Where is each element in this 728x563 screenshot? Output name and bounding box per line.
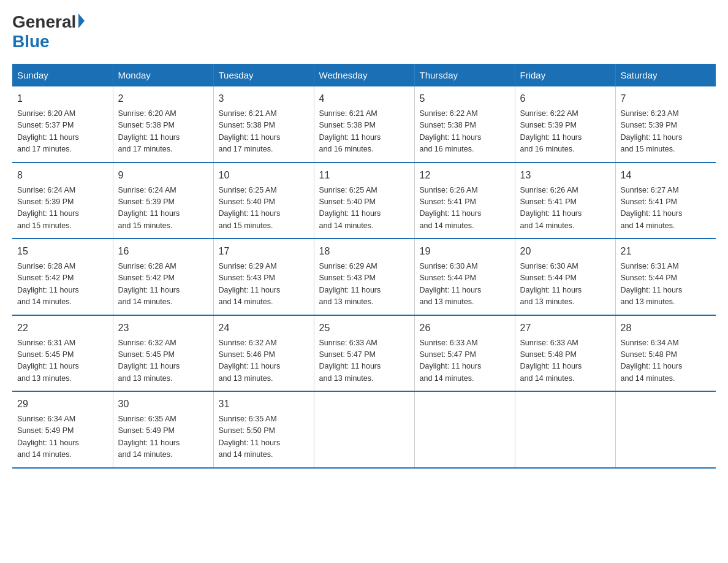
calendar-cell: 16 Sunrise: 6:28 AM Sunset: 5:42 PM Dayl…	[113, 239, 213, 315]
day-info: Sunrise: 6:32 AM Sunset: 5:45 PM Dayligh…	[118, 337, 208, 385]
day-number: 9	[118, 168, 208, 183]
calendar-cell: 10 Sunrise: 6:25 AM Sunset: 5:40 PM Dayl…	[213, 163, 314, 239]
day-number: 1	[17, 91, 108, 106]
day-number: 2	[118, 91, 208, 106]
day-number: 8	[17, 168, 108, 183]
calendar-cell: 23 Sunrise: 6:32 AM Sunset: 5:45 PM Dayl…	[113, 315, 213, 392]
day-info: Sunrise: 6:31 AM Sunset: 5:44 PM Dayligh…	[621, 261, 711, 308]
day-number: 3	[219, 91, 309, 106]
day-info: Sunrise: 6:26 AM Sunset: 5:41 PM Dayligh…	[420, 185, 510, 232]
logo-arrow-icon	[78, 13, 85, 28]
day-info: Sunrise: 6:21 AM Sunset: 5:38 PM Dayligh…	[319, 108, 409, 156]
calendar-cell: 8 Sunrise: 6:24 AM Sunset: 5:39 PM Dayli…	[12, 163, 113, 239]
day-number: 6	[520, 91, 610, 106]
day-number: 13	[520, 168, 610, 183]
calendar-cell: 11 Sunrise: 6:25 AM Sunset: 5:40 PM Dayl…	[314, 163, 414, 239]
day-info: Sunrise: 6:33 AM Sunset: 5:48 PM Dayligh…	[520, 337, 610, 385]
day-number: 4	[319, 91, 409, 106]
calendar-header-row: SundayMondayTuesdayWednesdayThursdayFrid…	[12, 64, 716, 86]
day-number: 18	[319, 244, 409, 259]
calendar-cell: 15 Sunrise: 6:28 AM Sunset: 5:42 PM Dayl…	[12, 239, 113, 315]
header-sunday: Sunday	[12, 64, 113, 86]
calendar-cell: 2 Sunrise: 6:20 AM Sunset: 5:38 PM Dayli…	[113, 86, 213, 163]
calendar-cell: 17 Sunrise: 6:29 AM Sunset: 5:43 PM Dayl…	[213, 239, 314, 315]
calendar-cell: 27 Sunrise: 6:33 AM Sunset: 5:48 PM Dayl…	[515, 315, 615, 392]
calendar-cell: 18 Sunrise: 6:29 AM Sunset: 5:43 PM Dayl…	[314, 239, 414, 315]
calendar-cell: 13 Sunrise: 6:26 AM Sunset: 5:41 PM Dayl…	[515, 163, 615, 239]
calendar-cell	[515, 391, 615, 468]
day-number: 11	[319, 168, 409, 183]
calendar-table: SundayMondayTuesdayWednesdayThursdayFrid…	[12, 64, 716, 469]
calendar-cell: 6 Sunrise: 6:22 AM Sunset: 5:39 PM Dayli…	[515, 86, 615, 163]
logo: General Blue	[12, 12, 85, 52]
day-info: Sunrise: 6:33 AM Sunset: 5:47 PM Dayligh…	[420, 337, 510, 385]
day-info: Sunrise: 6:29 AM Sunset: 5:43 PM Dayligh…	[319, 261, 409, 308]
day-info: Sunrise: 6:28 AM Sunset: 5:42 PM Dayligh…	[17, 261, 108, 308]
calendar-cell: 29 Sunrise: 6:34 AM Sunset: 5:49 PM Dayl…	[12, 391, 113, 468]
day-info: Sunrise: 6:24 AM Sunset: 5:39 PM Dayligh…	[118, 185, 208, 232]
day-info: Sunrise: 6:30 AM Sunset: 5:44 PM Dayligh…	[420, 261, 510, 308]
day-number: 31	[219, 397, 309, 412]
calendar-cell: 9 Sunrise: 6:24 AM Sunset: 5:39 PM Dayli…	[113, 163, 213, 239]
calendar-cell: 5 Sunrise: 6:22 AM Sunset: 5:38 PM Dayli…	[414, 86, 515, 163]
day-info: Sunrise: 6:33 AM Sunset: 5:47 PM Dayligh…	[319, 337, 409, 385]
calendar-cell: 24 Sunrise: 6:32 AM Sunset: 5:46 PM Dayl…	[213, 315, 314, 392]
calendar-cell: 31 Sunrise: 6:35 AM Sunset: 5:50 PM Dayl…	[213, 391, 314, 468]
calendar-cell: 26 Sunrise: 6:33 AM Sunset: 5:47 PM Dayl…	[414, 315, 515, 392]
day-number: 17	[219, 244, 309, 259]
day-info: Sunrise: 6:30 AM Sunset: 5:44 PM Dayligh…	[520, 261, 610, 308]
day-info: Sunrise: 6:31 AM Sunset: 5:45 PM Dayligh…	[17, 337, 108, 385]
day-number: 28	[621, 321, 711, 335]
calendar-cell	[314, 391, 414, 468]
calendar-cell: 14 Sunrise: 6:27 AM Sunset: 5:41 PM Dayl…	[615, 163, 716, 239]
day-info: Sunrise: 6:25 AM Sunset: 5:40 PM Dayligh…	[319, 185, 409, 232]
day-info: Sunrise: 6:20 AM Sunset: 5:37 PM Dayligh…	[17, 108, 108, 156]
header-thursday: Thursday	[414, 64, 515, 86]
day-info: Sunrise: 6:28 AM Sunset: 5:42 PM Dayligh…	[118, 261, 208, 308]
day-number: 29	[17, 397, 108, 412]
calendar-week-row: 8 Sunrise: 6:24 AM Sunset: 5:39 PM Dayli…	[12, 163, 716, 239]
day-number: 30	[118, 397, 208, 412]
calendar-week-row: 1 Sunrise: 6:20 AM Sunset: 5:37 PM Dayli…	[12, 86, 716, 163]
header-friday: Friday	[515, 64, 615, 86]
calendar-cell: 3 Sunrise: 6:21 AM Sunset: 5:38 PM Dayli…	[213, 86, 314, 163]
day-info: Sunrise: 6:35 AM Sunset: 5:49 PM Dayligh…	[118, 413, 208, 461]
day-number: 16	[118, 244, 208, 259]
calendar-cell: 7 Sunrise: 6:23 AM Sunset: 5:39 PM Dayli…	[615, 86, 716, 163]
day-number: 27	[520, 321, 610, 335]
calendar-week-row: 15 Sunrise: 6:28 AM Sunset: 5:42 PM Dayl…	[12, 239, 716, 315]
day-info: Sunrise: 6:22 AM Sunset: 5:39 PM Dayligh…	[520, 108, 610, 156]
calendar-cell: 19 Sunrise: 6:30 AM Sunset: 5:44 PM Dayl…	[414, 239, 515, 315]
day-number: 12	[420, 168, 510, 183]
day-info: Sunrise: 6:20 AM Sunset: 5:38 PM Dayligh…	[118, 108, 208, 156]
page-header: General Blue	[12, 12, 716, 52]
calendar-cell	[414, 391, 515, 468]
day-info: Sunrise: 6:35 AM Sunset: 5:50 PM Dayligh…	[219, 413, 309, 461]
logo-text: General	[12, 12, 85, 32]
day-number: 26	[420, 321, 510, 335]
day-number: 15	[17, 244, 108, 259]
day-info: Sunrise: 6:27 AM Sunset: 5:41 PM Dayligh…	[621, 185, 711, 232]
calendar-cell	[615, 391, 716, 468]
calendar-cell: 20 Sunrise: 6:30 AM Sunset: 5:44 PM Dayl…	[515, 239, 615, 315]
calendar-cell: 25 Sunrise: 6:33 AM Sunset: 5:47 PM Dayl…	[314, 315, 414, 392]
day-info: Sunrise: 6:34 AM Sunset: 5:48 PM Dayligh…	[621, 337, 711, 385]
day-info: Sunrise: 6:21 AM Sunset: 5:38 PM Dayligh…	[219, 108, 309, 156]
header-wednesday: Wednesday	[314, 64, 414, 86]
calendar-cell: 12 Sunrise: 6:26 AM Sunset: 5:41 PM Dayl…	[414, 163, 515, 239]
logo-blue-text: Blue	[12, 32, 50, 52]
day-number: 14	[621, 168, 711, 183]
day-number: 23	[118, 321, 208, 335]
calendar-week-row: 22 Sunrise: 6:31 AM Sunset: 5:45 PM Dayl…	[12, 315, 716, 392]
day-info: Sunrise: 6:22 AM Sunset: 5:38 PM Dayligh…	[420, 108, 510, 156]
day-info: Sunrise: 6:26 AM Sunset: 5:41 PM Dayligh…	[520, 185, 610, 232]
day-number: 19	[420, 244, 510, 259]
day-number: 25	[319, 321, 409, 335]
calendar-cell: 22 Sunrise: 6:31 AM Sunset: 5:45 PM Dayl…	[12, 315, 113, 392]
calendar-cell: 4 Sunrise: 6:21 AM Sunset: 5:38 PM Dayli…	[314, 86, 414, 163]
day-number: 20	[520, 244, 610, 259]
calendar-cell: 28 Sunrise: 6:34 AM Sunset: 5:48 PM Dayl…	[615, 315, 716, 392]
day-info: Sunrise: 6:25 AM Sunset: 5:40 PM Dayligh…	[219, 185, 309, 232]
calendar-cell: 1 Sunrise: 6:20 AM Sunset: 5:37 PM Dayli…	[12, 86, 113, 163]
day-info: Sunrise: 6:29 AM Sunset: 5:43 PM Dayligh…	[219, 261, 309, 308]
